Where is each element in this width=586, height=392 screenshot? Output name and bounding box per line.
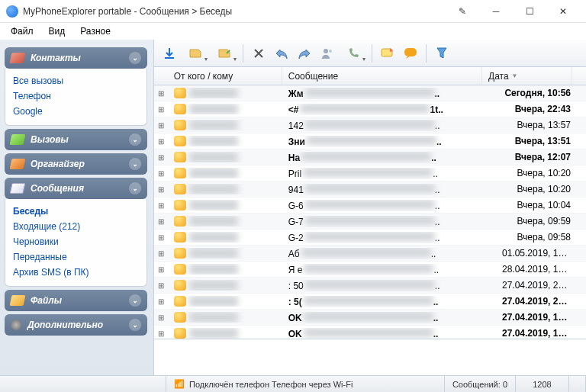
files-icon [10,295,26,306]
sidebar-item-sent[interactable]: Переданные [13,249,139,265]
cell-date: 27.04.2019, 14:16 [496,312,586,323]
expand-icon[interactable]: ⊞ [154,105,168,114]
message-table[interactable]: От кого / кому Сообщение Дата▼ ⊞XXXXXXXX… [154,67,586,339]
table-row[interactable]: ⊞XXXXXXXXЯ е..28.04.2019, 16:09 [154,262,586,278]
message-bubble-icon [174,296,186,307]
import-icon[interactable] [182,43,209,64]
svg-point-2 [329,50,332,53]
call-icon[interactable] [340,43,367,64]
sidebar-item-drafts[interactable]: Черновики [13,234,139,249]
new-message-icon[interactable] [377,43,398,64]
table-row[interactable]: ⊞XXXXXXXX<#1t..Вчера, 22:43 [154,101,586,117]
expand-icon[interactable]: ⊞ [154,153,168,162]
expand-icon[interactable]: ⊞ [154,249,168,258]
forward-icon[interactable] [294,43,315,64]
titlebar: MyPhoneExplorer portable - Сообщения > Б… [0,0,586,23]
panel-organizer[interactable]: Органайзер⌄ [5,153,147,175]
table-row[interactable]: ⊞XXXXXXXXG-2..Вчера, 09:58 [154,230,586,246]
cell-message: Жм.. [282,88,496,99]
expand-icon[interactable]: ⊞ [154,329,168,338]
sidebar-item-phone[interactable]: Телефон [13,88,139,104]
reply-icon[interactable] [271,43,292,64]
table-row[interactable]: ⊞XXXXXXXXАб..01.05.2019, 15:11 [154,246,586,262]
table-row[interactable]: ⊞XXXXXXXXНа..Вчера, 12:07 [154,149,586,165]
cell-from: XXXXXXXX [168,136,282,146]
panel-files[interactable]: Файлы⌄ [5,290,147,311]
contacts-icon [10,53,26,63]
table-row[interactable]: ⊞XXXXXXXX142..Вчера, 13:57 [154,117,586,133]
panel-messages[interactable]: Сообщения⌄ [5,178,147,199]
cell-message: 142.. [282,120,496,131]
wifi-icon: 📶 [174,379,185,389]
col-from[interactable]: От кого / кому [168,67,282,85]
sidebar-item-inbox[interactable]: Входящие (212) [13,219,139,234]
table-row[interactable]: ⊞XXXXXXXX: 5(..27.04.2019, 22:36 [154,294,586,310]
expand-icon[interactable]: ⊞ [154,217,168,226]
cell-from: XXXXXXXX [168,200,282,210]
menu-view[interactable]: Вид [43,24,72,38]
table-header: От кого / кому Сообщение Дата▼ [154,67,586,85]
cell-date: 27.04.2019, 14:26 [496,328,586,339]
filter-icon[interactable] [431,43,452,64]
chat-icon[interactable] [400,43,421,64]
status-connection: 📶Подключён телефон Телефон через Wi-Fi [166,376,445,392]
cell-date: Вчера, 13:51 [496,136,586,146]
cell-date: 01.05.2019, 15:11 [496,248,586,259]
svg-rect-4 [404,48,417,56]
expand-icon[interactable]: ⊞ [154,169,168,178]
sidebar-item-threads[interactable]: Беседы [13,204,139,219]
panel-calls[interactable]: Вызовы⌄ [5,129,147,150]
edit-window-icon[interactable]: ✎ [446,0,479,23]
cell-from: XXXXXXXX [168,280,282,291]
message-bubble-icon [174,136,186,146]
panel-label: Дополнительно [27,320,103,330]
status-resize-grip[interactable] [569,376,586,392]
table-row[interactable]: ⊞XXXXXXXX: 50..27.04.2019, 22:40 [154,278,586,294]
chevron-icon: ⌄ [129,133,141,146]
expand-icon[interactable]: ⊞ [154,121,168,130]
expand-icon[interactable]: ⊞ [154,281,168,290]
cell-from: XXXXXXXX [168,152,282,162]
expand-icon[interactable]: ⊞ [154,233,168,242]
export-icon[interactable] [211,43,238,64]
table-row[interactable]: ⊞XXXXXXXXG-6..Вчера, 10:04 [154,198,586,214]
panel-more[interactable]: Дополнительно⌄ [5,314,147,336]
table-row[interactable]: ⊞XXXXXXXXG-7..Вчера, 09:59 [154,214,586,230]
expand-icon[interactable]: ⊞ [154,297,168,306]
table-row[interactable]: ⊞XXXXXXXXOK..27.04.2019, 14:16 [154,310,586,326]
minimize-button[interactable]: ─ [479,0,513,23]
message-bubble-icon [174,104,186,114]
table-row[interactable]: ⊞XXXXXXXXOK..27.04.2019, 14:26 [154,326,586,339]
col-expand[interactable] [154,67,168,85]
cell-date: Сегодня, 10:56 [496,88,586,98]
table-row[interactable]: ⊞XXXXXXXX941..Вчера, 10:20 [154,182,586,198]
menu-misc[interactable]: Разное [74,24,117,38]
cell-message: OK.. [282,312,496,323]
col-message[interactable]: Сообщение [282,67,482,85]
organizer-icon [10,159,26,169]
table-row[interactable]: ⊞XXXXXXXXЖм..Сегодня, 10:56 [154,85,586,101]
expand-icon[interactable]: ⊞ [154,89,168,98]
table-row[interactable]: ⊞XXXXXXXXЗни..Вчера, 13:51 [154,133,586,149]
message-preview[interactable] [154,339,586,375]
contact-icon[interactable] [317,43,338,64]
table-row[interactable]: ⊞XXXXXXXXPril..Вчера, 10:20 [154,165,586,182]
close-button[interactable]: ✕ [546,0,580,23]
expand-icon[interactable]: ⊞ [154,201,168,210]
cell-message: Я е.. [282,264,496,275]
sidebar-item-archive[interactable]: Архив SMS (в ПК) [13,265,139,280]
expand-icon[interactable]: ⊞ [154,313,168,322]
col-date[interactable]: Дата▼ [482,67,572,85]
expand-icon[interactable]: ⊞ [154,185,168,194]
expand-icon[interactable]: ⊞ [154,137,168,146]
sidebar-item-google[interactable]: Google [13,104,139,119]
panel-label: Контакты [31,53,81,63]
sidebar-item-all-calls[interactable]: Все вызовы [13,73,139,88]
maximize-button[interactable]: ☐ [513,0,546,23]
download-icon[interactable] [159,43,180,64]
delete-icon[interactable] [248,43,269,64]
panel-contacts[interactable]: Контакты⌄ [5,47,147,69]
expand-icon[interactable]: ⊞ [154,265,168,274]
message-bubble-icon [174,264,186,275]
menu-file[interactable]: Файл [5,24,40,38]
